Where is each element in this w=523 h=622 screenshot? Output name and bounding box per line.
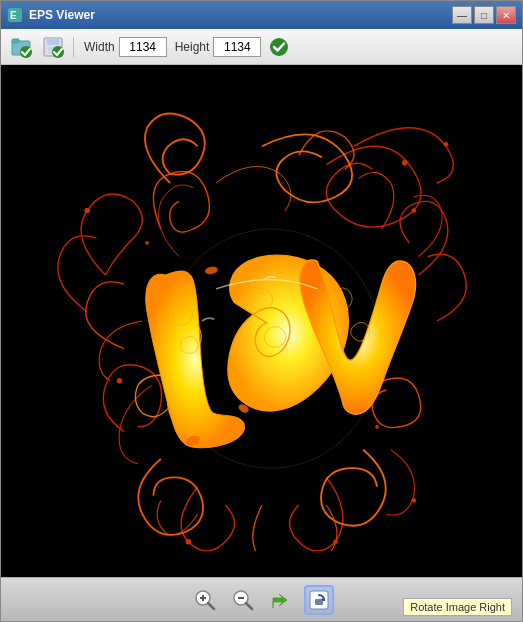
- svg-line-32: [246, 603, 252, 609]
- svg-point-14: [411, 208, 416, 213]
- app-window: E EPS Viewer — □ ✕: [0, 0, 523, 622]
- minimize-button[interactable]: —: [452, 6, 472, 24]
- toolbar-separator: [73, 37, 74, 57]
- image-canvas: [1, 65, 522, 577]
- zoom-in-icon: [193, 588, 217, 612]
- svg-point-13: [84, 208, 90, 214]
- apply-button[interactable]: [265, 34, 293, 60]
- titlebar: E EPS Viewer — □ ✕: [1, 1, 522, 29]
- svg-point-19: [145, 241, 149, 245]
- svg-rect-36: [315, 599, 323, 605]
- zoom-out-icon: [231, 588, 255, 612]
- tooltip-rotate-right: Rotate Image Right: [403, 598, 512, 616]
- height-label: Height: [175, 40, 210, 54]
- toolbar: Width Height: [1, 29, 522, 65]
- maximize-icon: □: [481, 10, 487, 21]
- svg-marker-33: [273, 594, 287, 608]
- window-controls: — □ ✕: [452, 6, 516, 24]
- zoom-in-button[interactable]: [190, 585, 220, 615]
- save-button[interactable]: [39, 34, 67, 60]
- svg-point-15: [116, 378, 122, 384]
- window-title: EPS Viewer: [29, 8, 452, 22]
- app-icon: E: [7, 7, 23, 23]
- height-input[interactable]: [213, 37, 261, 57]
- open-icon: [10, 36, 32, 58]
- reset-button[interactable]: [266, 585, 296, 615]
- open-file-button[interactable]: [7, 34, 35, 60]
- svg-rect-6: [47, 38, 59, 45]
- apply-icon: [268, 36, 290, 58]
- svg-point-17: [185, 539, 191, 545]
- close-button[interactable]: ✕: [496, 6, 516, 24]
- rotate-right-icon: [308, 589, 330, 611]
- svg-text:E: E: [10, 10, 17, 21]
- zoom-out-button[interactable]: [228, 585, 258, 615]
- width-label: Width: [84, 40, 115, 54]
- svg-point-11: [401, 160, 407, 166]
- save-icon: [42, 36, 64, 58]
- rotate-right-button[interactable]: [304, 585, 334, 615]
- width-input[interactable]: [119, 37, 167, 57]
- image-display: [32, 91, 492, 551]
- svg-rect-3: [12, 39, 19, 43]
- svg-point-18: [333, 540, 338, 545]
- svg-point-16: [411, 498, 416, 503]
- svg-point-12: [443, 142, 448, 147]
- svg-point-20: [375, 425, 379, 429]
- maximize-button[interactable]: □: [474, 6, 494, 24]
- close-icon: ✕: [502, 10, 510, 21]
- reset-icon: [269, 588, 293, 612]
- bottom-toolbar: Rotate Image Right: [1, 577, 522, 621]
- svg-point-9: [270, 38, 288, 56]
- image-area: [1, 65, 522, 577]
- svg-line-29: [208, 603, 214, 609]
- minimize-icon: —: [457, 10, 467, 21]
